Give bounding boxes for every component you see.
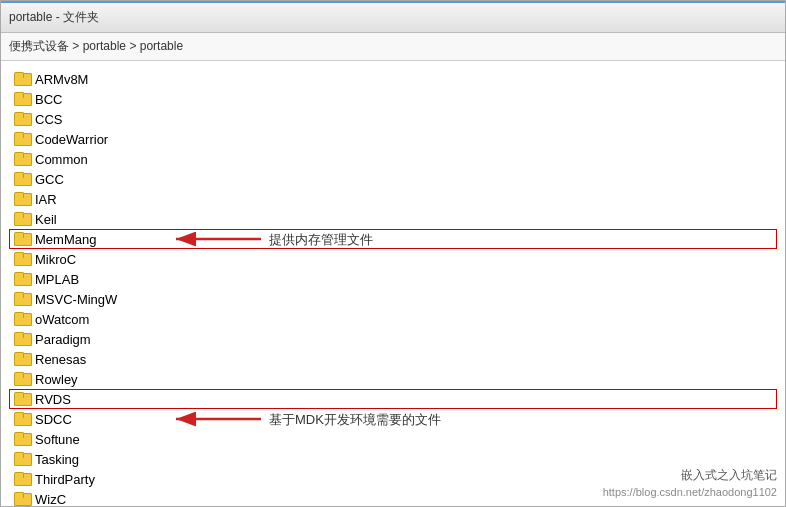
- list-item[interactable]: Keil: [9, 209, 777, 229]
- file-label: Paradigm: [35, 332, 91, 347]
- folder-icon: [14, 92, 30, 106]
- file-label: CCS: [35, 112, 62, 127]
- folder-icon: [14, 492, 30, 506]
- folder-icon: [14, 72, 30, 86]
- watermark: 嵌入式之入坑笔记 https://blog.csdn.net/zhaodong1…: [603, 467, 777, 498]
- content-area: ARMv8MBCCCCSCodeWarriorCommonGCCIARKeilM…: [1, 61, 785, 506]
- watermark-url: https://blog.csdn.net/zhaodong1102: [603, 486, 777, 498]
- folder-icon: [14, 112, 30, 126]
- folder-icon: [14, 352, 30, 366]
- file-label: WizC: [35, 492, 66, 507]
- folder-icon: [14, 312, 30, 326]
- file-label: GCC: [35, 172, 64, 187]
- folder-icon: [14, 372, 30, 386]
- list-item[interactable]: SDCC: [9, 409, 777, 429]
- file-label: RVDS: [35, 392, 71, 407]
- file-label: MemMang: [35, 232, 96, 247]
- file-label: oWatcom: [35, 312, 89, 327]
- address-text: 便携式设备 > portable > portable: [9, 38, 183, 55]
- file-label: Softune: [35, 432, 80, 447]
- folder-icon: [14, 232, 30, 246]
- list-item[interactable]: Common: [9, 149, 777, 169]
- folder-icon: [14, 472, 30, 486]
- folder-icon: [14, 432, 30, 446]
- file-label: ARMv8M: [35, 72, 88, 87]
- file-label: Common: [35, 152, 88, 167]
- list-item[interactable]: oWatcom: [9, 309, 777, 329]
- list-item[interactable]: MikroC: [9, 249, 777, 269]
- folder-icon: [14, 292, 30, 306]
- list-item[interactable]: CodeWarrior: [9, 129, 777, 149]
- list-item[interactable]: MemMang: [9, 229, 777, 249]
- list-item[interactable]: BCC: [9, 89, 777, 109]
- file-label: SDCC: [35, 412, 72, 427]
- folder-icon: [14, 172, 30, 186]
- file-label: Renesas: [35, 352, 86, 367]
- file-label: CodeWarrior: [35, 132, 108, 147]
- file-label: Rowley: [35, 372, 78, 387]
- file-label: MSVC-MingW: [35, 292, 117, 307]
- folder-icon: [14, 412, 30, 426]
- folder-icon: [14, 152, 30, 166]
- folder-icon: [14, 132, 30, 146]
- address-bar: 便携式设备 > portable > portable: [1, 33, 785, 61]
- list-item[interactable]: GCC: [9, 169, 777, 189]
- title-text: portable - 文件夹: [9, 9, 99, 26]
- list-item[interactable]: MPLAB: [9, 269, 777, 289]
- folder-icon: [14, 192, 30, 206]
- folder-icon: [14, 212, 30, 226]
- list-item[interactable]: RVDS: [9, 389, 777, 409]
- file-label: MikroC: [35, 252, 76, 267]
- watermark-logo: 嵌入式之入坑笔记: [603, 467, 777, 484]
- file-label: MPLAB: [35, 272, 79, 287]
- folder-icon: [14, 272, 30, 286]
- list-item[interactable]: MSVC-MingW: [9, 289, 777, 309]
- folder-icon: [14, 332, 30, 346]
- file-label: BCC: [35, 92, 62, 107]
- window: portable - 文件夹 便携式设备 > portable > portab…: [0, 0, 786, 507]
- list-item[interactable]: Rowley: [9, 369, 777, 389]
- folder-icon: [14, 252, 30, 266]
- list-item[interactable]: Renesas: [9, 349, 777, 369]
- file-label: IAR: [35, 192, 57, 207]
- list-item[interactable]: ARMv8M: [9, 69, 777, 89]
- folder-icon: [14, 452, 30, 466]
- file-label: Tasking: [35, 452, 79, 467]
- list-item[interactable]: Tasking: [9, 449, 777, 469]
- list-item[interactable]: Paradigm: [9, 329, 777, 349]
- folder-icon: [14, 392, 30, 406]
- file-label: Keil: [35, 212, 57, 227]
- file-label: ThirdParty: [35, 472, 95, 487]
- title-bar: portable - 文件夹: [1, 3, 785, 33]
- list-item[interactable]: CCS: [9, 109, 777, 129]
- file-list: ARMv8MBCCCCSCodeWarriorCommonGCCIARKeilM…: [1, 69, 785, 506]
- list-item[interactable]: IAR: [9, 189, 777, 209]
- list-item[interactable]: Softune: [9, 429, 777, 449]
